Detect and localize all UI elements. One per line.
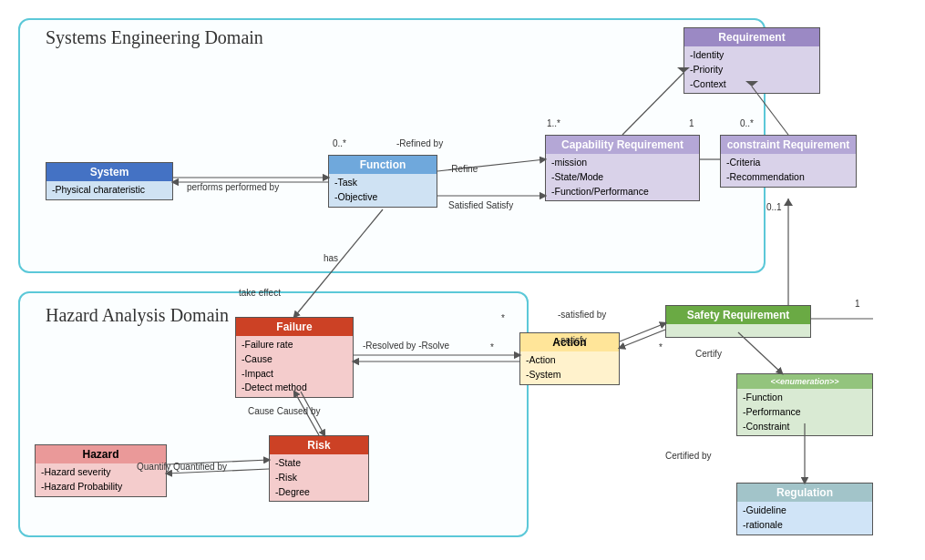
regulation-body: -Guideline -rationale [737, 502, 872, 535]
rel-certified-by: Certified by [665, 451, 712, 461]
function-class: Function -Task -Objective [328, 155, 437, 208]
risk-header: Risk [270, 436, 368, 454]
function-header: Function [329, 156, 437, 174]
capability-req-header: Capability Requirement [546, 136, 699, 154]
constraint-req-body: -Criteria -Recommendation [721, 154, 856, 187]
risk-class: Risk -State -Risk -Degree [269, 435, 369, 502]
requirement-header: Requirement [684, 28, 819, 46]
rel-0dot1: 0..1 [766, 202, 782, 212]
rel-satisfied-by: -satisfied by [558, 310, 606, 320]
rel-1dotstar: 1..* [547, 118, 560, 128]
fail-attr-0: -Failure rate [242, 338, 347, 352]
req-attr-0: -Identity [690, 48, 814, 63]
constraint-req-class: constraint Requirement -Criteria -Recomm… [720, 135, 857, 188]
reg-attr-0: -Guideline [743, 504, 867, 518]
safety-req-class: Safety Requirement [665, 305, 811, 338]
capability-req-class: Capability Requirement -mission -State/M… [545, 135, 700, 201]
risk-body: -State -Risk -Degree [270, 454, 368, 501]
regulation-header: Regulation [737, 484, 872, 502]
failure-class: Failure -Failure rate -Cause -Impact -De… [235, 317, 354, 398]
function-attr-1: -Objective [334, 190, 431, 205]
req-attr-1: -Priority [690, 63, 814, 77]
svg-line-12 [620, 323, 665, 341]
fail-attr-1: -Cause [242, 352, 347, 367]
diagram-container: Systems Engineering Domain Hazard Analys… [0, 0, 925, 560]
rel-satisfy: -satisfy [558, 335, 587, 345]
rel-1-right: 1 [855, 299, 860, 309]
rel-performs: performs performed by [187, 182, 279, 192]
rel-star-left: * [490, 342, 494, 352]
system-attr-0: -Physical charateristic [52, 183, 167, 198]
function-body: -Task -Objective [329, 174, 437, 207]
rel-has: has [324, 253, 338, 263]
constraint-req-header: constraint Requirement [721, 136, 856, 154]
failure-body: -Failure rate -Cause -Impact -Detect met… [236, 336, 353, 397]
con-attr-0: -Criteria [726, 156, 850, 170]
action-body: -Action -System [520, 351, 619, 384]
rel-0dotstar: 0..* [333, 138, 346, 148]
action-attr-0: -Action [526, 353, 613, 368]
enumeration-header: <<enumeration>> [737, 374, 872, 389]
enumeration-body: -Function -Performance -Constraint [737, 389, 872, 435]
rel-certify: Certify [695, 349, 722, 359]
risk-attr-0: -State [275, 456, 363, 471]
rel-1-left: 1 [689, 118, 694, 128]
enumeration-stereotype: <<enumeration>> [743, 377, 867, 386]
rel-satisfied: Satisfied Satisfy [448, 200, 513, 210]
safety-req-body [666, 324, 810, 337]
enum-attr-2: -Constraint [743, 420, 867, 434]
enum-attr-1: -Performance [743, 405, 867, 420]
risk-attr-1: -Risk [275, 471, 363, 485]
enumeration-class: <<enumeration>> -Function -Performance -… [736, 373, 873, 436]
rel-star-right: * [659, 342, 663, 352]
req-attr-2: -Context [690, 77, 814, 92]
requirement-body: -Identity -Priority -Context [684, 46, 819, 93]
system-class: System -Physical charateristic [46, 162, 173, 200]
rel-quantify: Quantify Quantified by [137, 462, 227, 472]
function-attr-0: -Task [334, 176, 431, 190]
haz-attr-1: -Hazard Probability [41, 480, 160, 494]
action-attr-1: -System [526, 368, 613, 382]
svg-marker-17 [784, 199, 793, 206]
requirement-class: Requirement -Identity -Priority -Context [683, 27, 820, 94]
cap-attr-1: -State/Mode [551, 170, 694, 185]
capability-req-body: -mission -State/Mode -Function/Performan… [546, 154, 699, 200]
rel-take-effect: take effect [239, 288, 281, 298]
hazard-header: Hazard [36, 445, 166, 463]
ha-domain-label: Hazard Analysis Domain [46, 305, 229, 326]
con-attr-1: -Recommendation [726, 170, 850, 185]
fail-attr-3: -Detect method [242, 381, 347, 395]
svg-line-14 [738, 332, 782, 373]
se-domain-label: Systems Engineering Domain [46, 27, 263, 48]
failure-header: Failure [236, 318, 353, 336]
rel-cause: Cause Caused by [248, 406, 321, 416]
cap-attr-0: -mission [551, 156, 694, 170]
system-body: -Physical charateristic [46, 181, 172, 199]
risk-attr-2: -Degree [275, 485, 363, 500]
rel-star-top: * [501, 313, 505, 323]
cap-attr-2: -Function/Performance [551, 185, 694, 199]
system-header: System [46, 163, 172, 181]
rel-refine: -Refine [448, 164, 478, 174]
rel-0dotstar-right: 0..* [740, 118, 754, 128]
reg-attr-1: -rationale [743, 518, 867, 533]
rel-resolved: -Resolved by -Rsolve [363, 341, 449, 351]
safety-req-header: Safety Requirement [666, 306, 810, 324]
fail-attr-2: -Impact [242, 367, 347, 382]
rel-refined-by: -Refined by [396, 138, 443, 148]
enum-attr-0: -Function [743, 391, 867, 405]
regulation-class: Regulation -Guideline -rationale [736, 483, 873, 535]
